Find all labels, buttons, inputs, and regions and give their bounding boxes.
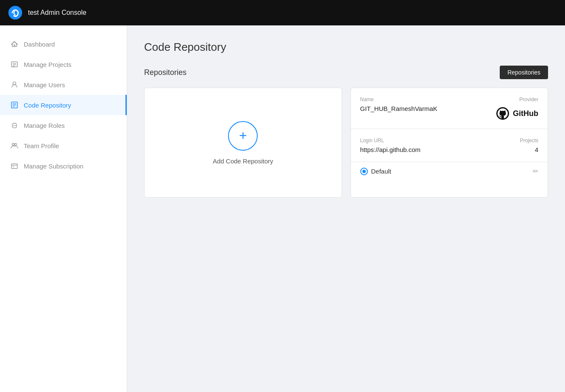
login-url-label: Login URL bbox=[360, 138, 447, 144]
repo-info-card: Name GIT_HUB_RameshVarmaK Provider GitHu… bbox=[351, 88, 548, 198]
svg-point-11 bbox=[14, 125, 15, 126]
default-label: Default bbox=[371, 168, 392, 175]
code-repository-icon bbox=[10, 101, 19, 109]
projects-label: Projects bbox=[520, 138, 538, 144]
sidebar-item-manage-subscription[interactable]: Manage Subscription bbox=[0, 156, 127, 176]
repo-fields-row2: Login URL https://api.github.com Project… bbox=[360, 138, 539, 153]
svg-point-13 bbox=[12, 144, 14, 146]
github-name: GitHub bbox=[513, 109, 538, 118]
svg-rect-15 bbox=[11, 164, 17, 168]
edit-icon[interactable]: ✏ bbox=[533, 167, 538, 175]
manage-projects-icon bbox=[10, 60, 19, 69]
svg-point-12 bbox=[15, 125, 16, 126]
repo-card-bottom: Login URL https://api.github.com Project… bbox=[351, 129, 548, 162]
sidebar-label-manage-users: Manage Users bbox=[24, 81, 65, 88]
sidebar-label-team-profile: Team Profile bbox=[24, 142, 59, 149]
default-radio[interactable]: Default bbox=[360, 168, 392, 175]
projects-field: Projects 4 bbox=[452, 138, 538, 153]
layout: Dashboard Manage Projects Manage Use bbox=[0, 25, 565, 392]
svg-point-14 bbox=[15, 144, 17, 146]
topbar: test Admin Console bbox=[0, 0, 565, 25]
cards-row: + Add Code Repository Name GIT_HUB_Rames… bbox=[144, 88, 548, 198]
github-octocat-icon bbox=[496, 107, 509, 120]
repo-provider-field: Provider GitHub bbox=[452, 97, 538, 120]
repo-name-field: Name GIT_HUB_RameshVarmaK bbox=[360, 97, 447, 120]
page-title: Code Repository bbox=[144, 41, 548, 54]
repo-fields-row1: Name GIT_HUB_RameshVarmaK Provider GitHu… bbox=[360, 97, 539, 120]
sidebar-label-manage-subscription: Manage Subscription bbox=[24, 163, 83, 170]
app-logo bbox=[8, 5, 23, 20]
main-content: Code Repository Repositories Repositorie… bbox=[127, 25, 565, 392]
radio-button bbox=[360, 168, 368, 175]
manage-users-icon bbox=[10, 80, 19, 89]
repo-card-top: Name GIT_HUB_RameshVarmaK Provider GitHu… bbox=[351, 88, 548, 129]
provider-label: Provider bbox=[519, 97, 538, 102]
section-header: Repositories Repositories bbox=[144, 66, 548, 79]
name-label: Name bbox=[360, 97, 447, 102]
add-circle-icon: + bbox=[228, 121, 258, 151]
sidebar-item-team-profile[interactable]: Team Profile bbox=[0, 135, 127, 156]
sidebar-item-code-repository[interactable]: Code Repository bbox=[0, 95, 127, 115]
sidebar-item-dashboard[interactable]: Dashboard bbox=[0, 34, 127, 54]
app-title: test Admin Console bbox=[28, 9, 86, 17]
projects-value: 4 bbox=[535, 146, 538, 153]
sidebar: Dashboard Manage Projects Manage Use bbox=[0, 25, 127, 392]
manage-roles-icon bbox=[10, 121, 19, 130]
repositories-button[interactable]: Repositories bbox=[500, 66, 548, 79]
sidebar-item-manage-roles[interactable]: Manage Roles bbox=[0, 115, 127, 135]
sidebar-label-manage-roles: Manage Roles bbox=[24, 122, 65, 129]
sidebar-label-manage-projects: Manage Projects bbox=[24, 61, 72, 68]
manage-subscription-icon bbox=[10, 162, 19, 170]
team-profile-icon bbox=[10, 141, 19, 150]
github-logo: GitHub bbox=[496, 107, 538, 120]
add-repo-label: Add Code Repository bbox=[213, 157, 273, 165]
repo-card-footer: Default ✏ bbox=[351, 162, 548, 180]
sidebar-item-manage-users[interactable]: Manage Users bbox=[0, 75, 127, 95]
sidebar-label-code-repository: Code Repository bbox=[24, 102, 71, 109]
login-url-value: https://api.github.com bbox=[360, 146, 447, 153]
section-title: Repositories bbox=[144, 68, 186, 77]
svg-point-10 bbox=[13, 125, 14, 126]
svg-point-0 bbox=[8, 6, 22, 19]
sidebar-item-manage-projects[interactable]: Manage Projects bbox=[0, 54, 127, 75]
dashboard-icon bbox=[10, 40, 19, 48]
add-repo-card[interactable]: + Add Code Repository bbox=[144, 88, 342, 198]
login-url-field: Login URL https://api.github.com bbox=[360, 138, 447, 153]
radio-inner bbox=[362, 170, 366, 173]
sidebar-label-dashboard: Dashboard bbox=[24, 41, 55, 48]
name-value: GIT_HUB_RameshVarmaK bbox=[360, 105, 447, 112]
